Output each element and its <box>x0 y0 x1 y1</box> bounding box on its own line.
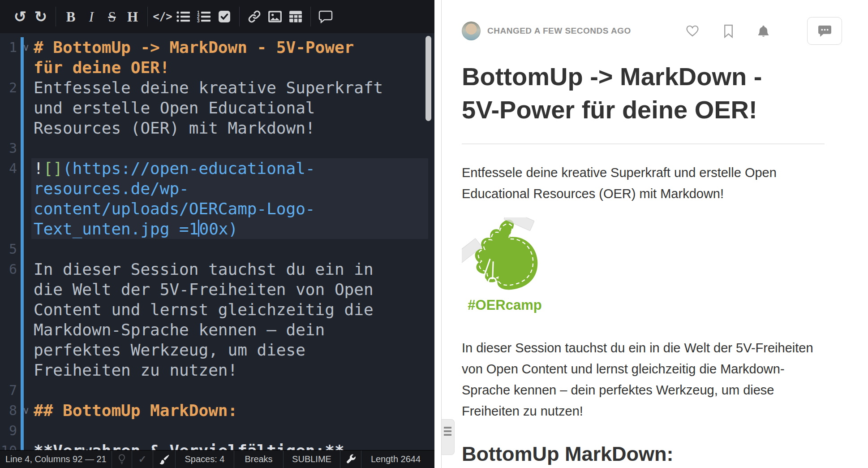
fold-spacer <box>17 239 34 259</box>
fold-spacer <box>17 138 34 158</box>
subscribe-button[interactable] <box>757 25 769 38</box>
fold-arrow-icon[interactable]: ∨ <box>17 400 34 420</box>
line-number <box>0 98 17 118</box>
code-text: Freiheiten zu nutzen! <box>34 360 237 380</box>
code-text: für deine OER! <box>34 57 169 78</box>
bold-button[interactable]: B <box>60 5 81 28</box>
task-list-button[interactable] <box>214 5 235 28</box>
link-button[interactable] <box>244 5 265 28</box>
code-line: Text_unten.jpg =100x) <box>0 219 434 239</box>
wrench-icon <box>345 454 356 465</box>
editor-toolbar: ↺ ↻ B I S H </> 123 <box>0 0 434 33</box>
code-line: perfektes Werkzeug, um diese <box>0 340 434 360</box>
redo-button[interactable]: ↻ <box>30 5 51 28</box>
linebreak-status-button[interactable]: Breaks <box>234 451 284 468</box>
code-line: 5 <box>0 239 434 259</box>
bookmark-icon <box>723 24 734 38</box>
theme-button[interactable] <box>153 451 176 468</box>
preview-header: CHANGED A FEW SECONDS AGO <box>442 0 868 45</box>
code-button[interactable]: </> <box>152 5 173 28</box>
table-button[interactable] <box>285 5 306 28</box>
code-line: 3 <box>0 138 434 158</box>
night-mode-button[interactable] <box>112 451 132 468</box>
code-line: content/uploads/OERCamp-Logo- <box>0 199 434 219</box>
toolbar-separator <box>56 7 56 26</box>
heading-button[interactable]: H <box>122 5 143 28</box>
image-url-token: resources.de/wp- <box>34 178 189 199</box>
code-line: resources.de/wp- <box>0 178 434 199</box>
author-avatar[interactable] <box>462 22 481 40</box>
code-text: ## BottomUp MarkDown: <box>34 400 237 420</box>
line-number <box>0 178 17 199</box>
fold-arrow-icon[interactable]: ∨ <box>17 37 34 57</box>
keymap-status-text: SUBLIME <box>292 454 331 464</box>
code-text: und erstelle Open Educational <box>34 98 315 118</box>
fold-spacer <box>17 420 34 441</box>
comment-bubble-icon <box>818 25 832 38</box>
fold-spacer <box>17 320 34 340</box>
preferences-button[interactable] <box>340 451 361 468</box>
image-button[interactable] <box>265 5 285 28</box>
italic-button[interactable]: I <box>81 5 102 28</box>
fold-spacer <box>17 219 34 239</box>
code-editor[interactable]: 1∨# BottomUp -> MarkDown - 5V-Power für … <box>0 33 434 451</box>
undo-button[interactable]: ↺ <box>10 5 30 28</box>
code-icon: </> <box>153 10 172 23</box>
code-line: und erstelle Open Educational <box>0 98 434 118</box>
line-number <box>0 360 17 380</box>
preview-paragraph-1: Entfessele deine kreative Superkraft und… <box>462 162 804 204</box>
code-line: für deine OER! <box>0 57 434 78</box>
code-line: 8∨## BottomUp MarkDown: <box>0 400 434 420</box>
note-actions <box>685 17 842 45</box>
image-url-token: content/uploads/OERCamp-Logo- <box>34 199 315 219</box>
lightbulb-icon <box>118 454 126 465</box>
heading-icon: H <box>127 10 138 24</box>
strikethrough-button[interactable]: S <box>102 5 122 28</box>
line-number: 9 <box>0 420 17 441</box>
code-lines: 1∨# BottomUp -> MarkDown - 5V-Power für … <box>0 33 434 451</box>
line-number: 3 <box>0 138 17 158</box>
fold-spacer <box>17 158 34 178</box>
comments-button[interactable] <box>807 17 842 45</box>
image-url-token: (https://open-educational- <box>63 159 315 178</box>
line-number <box>0 57 17 78</box>
editor-scrollbar-thumb[interactable] <box>425 36 431 121</box>
fold-spacer <box>17 360 34 380</box>
oercamp-wordmark: #OERcamp <box>462 297 548 313</box>
image-bang-token: ! <box>34 159 43 178</box>
italic-icon: I <box>89 10 94 24</box>
line-number <box>0 118 17 138</box>
comment-button[interactable] <box>315 5 336 28</box>
code-line: die Welt der 5V-Freiheiten von Open <box>0 279 434 299</box>
heart-icon <box>685 24 700 38</box>
code-line: 2Entfessele deine kreative Superkraft <box>0 78 434 98</box>
indent-status-button[interactable]: Spaces: 4 <box>176 451 234 468</box>
line-number: 4 <box>0 158 17 178</box>
code-text: Content und lernst gleichzeitig die <box>34 299 374 320</box>
strikethrough-icon: S <box>108 10 116 24</box>
line-number <box>0 299 17 320</box>
line-number <box>0 219 17 239</box>
bookmark-button[interactable] <box>723 24 734 38</box>
fold-spacer <box>17 98 34 118</box>
line-number: 1 <box>0 37 17 57</box>
like-button[interactable] <box>685 24 700 38</box>
unordered-list-button[interactable] <box>173 5 193 28</box>
editor-pane: ↺ ↻ B I S H </> 123 <box>0 0 434 468</box>
code-line: 9 <box>0 420 434 441</box>
line-number: 8 <box>0 400 17 420</box>
line-number: 5 <box>0 239 17 259</box>
rendered-markdown: BottomUp -> MarkDown - 5V-Power für dein… <box>442 60 825 468</box>
image-brackets-token: [] <box>43 159 63 178</box>
fold-spacer <box>17 259 34 279</box>
code-text: Entfessele deine kreative Superkraft <box>34 78 383 98</box>
spellcheck-button[interactable]: ✓ <box>132 451 153 468</box>
ordered-list-button[interactable]: 123 <box>193 5 214 28</box>
keymap-status-button[interactable]: SUBLIME <box>284 451 340 468</box>
code-line: Resources (OER) mit Markdown! <box>0 118 434 138</box>
last-changed-label: CHANGED A FEW SECONDS AGO <box>487 26 631 36</box>
title-divider <box>462 143 825 144</box>
code-text: In dieser Session tauchst du ein in <box>34 259 374 279</box>
table-of-contents-button[interactable] <box>441 419 455 455</box>
line-number: 7 <box>0 380 17 400</box>
